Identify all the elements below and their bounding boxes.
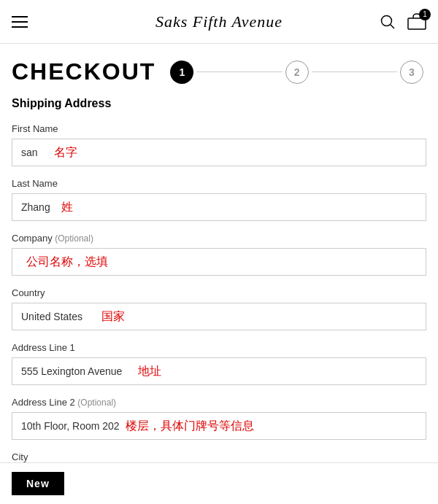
country-chinese-label: 国家 <box>101 309 125 325</box>
cart-wrapper[interactable]: 1 <box>407 13 426 31</box>
last-name-input[interactable] <box>12 193 426 221</box>
steps-container: 1 2 3 <box>167 61 426 84</box>
address1-chinese-label: 地址 <box>138 364 161 379</box>
country-input[interactable] <box>12 303 426 330</box>
shipping-form: Shipping Address First Name 名字 Last Name… <box>0 97 438 504</box>
country-group: Country 国家 <box>12 287 426 330</box>
company-label: Company (Optional) <box>12 233 426 244</box>
address2-chinese-label: 楼层，具体门牌号等信息 <box>126 419 254 434</box>
company-optional: (Optional) <box>55 233 93 244</box>
section-title: Shipping Address <box>12 97 426 110</box>
first-name-label: First Name <box>12 123 426 134</box>
step-connector-2 <box>312 71 397 72</box>
step-1[interactable]: 1 <box>170 61 193 84</box>
first-name-group: First Name 名字 <box>12 123 426 166</box>
first-name-chinese-label: 名字 <box>54 145 77 160</box>
step-connector-1 <box>196 71 282 72</box>
search-icon[interactable] <box>380 14 396 30</box>
address2-optional: (Optional) <box>77 398 116 408</box>
checkout-header: CHECKOUT 1 2 3 <box>0 44 438 97</box>
company-group: Company (Optional) 公司名称，选填 <box>12 233 426 276</box>
svg-point-0 <box>382 15 392 26</box>
svg-line-1 <box>391 24 394 28</box>
last-name-group: Last Name 姓 <box>12 178 426 221</box>
cart-count: 1 <box>419 9 431 20</box>
app-header: Saks Fifth Avenue 1 <box>0 0 438 44</box>
bottom-bar: New <box>0 462 438 504</box>
last-name-label: Last Name <box>12 178 426 189</box>
city-label: City <box>12 451 426 462</box>
last-name-chinese-label: 姓 <box>61 200 73 215</box>
address2-label: Address Line 2 (Optional) <box>12 397 426 408</box>
header-right: 1 <box>380 13 426 31</box>
step-3[interactable]: 3 <box>400 61 423 84</box>
country-label: Country <box>12 287 426 298</box>
logo-container: Saks Fifth Avenue <box>155 12 283 31</box>
menu-icon[interactable] <box>12 16 28 28</box>
address1-label: Address Line 1 <box>12 342 426 353</box>
new-button[interactable]: New <box>12 472 64 495</box>
address1-input[interactable] <box>12 357 426 385</box>
checkout-title: CHECKOUT <box>12 58 155 85</box>
address1-group: Address Line 1 地址 <box>12 342 426 385</box>
company-chinese-label: 公司名称，选填 <box>26 255 108 270</box>
address2-group: Address Line 2 (Optional) 楼层，具体门牌号等信息 <box>12 397 426 440</box>
step-2[interactable]: 2 <box>285 61 309 84</box>
header-left <box>12 16 28 28</box>
site-logo: Saks Fifth Avenue <box>155 12 283 31</box>
